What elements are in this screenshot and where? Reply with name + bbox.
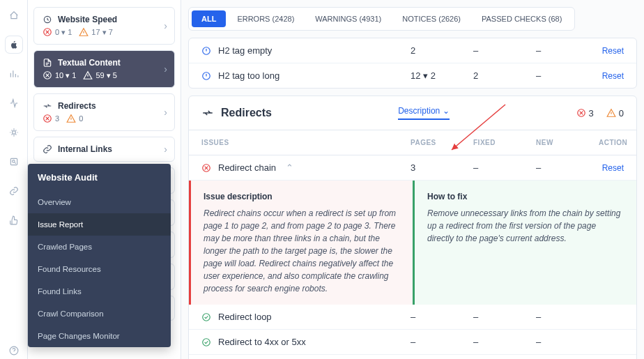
how-to-fix-text: Remove unnecessary links from the chain …: [427, 207, 624, 245]
issue-description-title: Issue description: [204, 190, 400, 203]
chevron-down-icon: ⌄: [443, 106, 450, 116]
submenu-title: Website Audit: [28, 164, 171, 191]
chevron-right-icon: ›: [164, 144, 167, 155]
table-row[interactable]: H2 tag empty 2 – – Reset: [189, 38, 636, 63]
svg-point-2: [12, 160, 15, 163]
submenu-found-links[interactable]: Found Links: [28, 280, 171, 303]
reset-link[interactable]: Reset: [602, 71, 624, 81]
tab-all[interactable]: ALL: [192, 10, 226, 27]
group-internal-links[interactable]: Internal Links ›: [33, 137, 175, 162]
table-row[interactable]: Redirect to 4xx or 5xx – – –: [189, 330, 636, 355]
rail-activity-icon[interactable]: [6, 95, 22, 112]
category-panel: Website Speed 0 ▾ 1 17 ▾ 7 › Textual Con…: [28, 0, 181, 359]
how-to-fix-title: How to fix: [427, 190, 624, 203]
submenu-page-changes[interactable]: Page Changes Monitor: [28, 325, 171, 347]
chevron-up-icon: ⌃: [286, 162, 293, 173]
chevron-right-icon: ›: [164, 20, 167, 31]
group-textual-content[interactable]: Textual Content 10 ▾ 1 59 ▾ 5 ›: [33, 50, 175, 88]
submenu-issue-report[interactable]: Issue Report: [28, 213, 171, 236]
reset-link[interactable]: Reset: [602, 46, 624, 56]
table-row[interactable]: Redirect loop – – –: [189, 305, 636, 330]
rail-thumb-icon[interactable]: [6, 212, 22, 229]
submenu-crawled-pages[interactable]: Crawled Pages: [28, 236, 171, 258]
issue-description-text: Redirect chains occur when a redirect is…: [204, 207, 400, 295]
group-redirects[interactable]: Redirects 3 0 ›: [33, 93, 175, 131]
group-title-label: Website Speed: [58, 15, 117, 24]
rail-link-icon[interactable]: [6, 183, 22, 199]
chevron-right-icon: ›: [164, 63, 167, 75]
tab-passed[interactable]: PASSED CHECKS (68): [472, 10, 572, 27]
table-row[interactable]: Redirect chain ⌃ 3 – – Reset: [189, 155, 636, 181]
filter-tabs: ALL ERRORS (2428) WARNINGS (4931) NOTICE…: [188, 7, 575, 31]
submenu-overview[interactable]: Overview: [28, 191, 171, 213]
group-title-label: Textual Content: [58, 58, 121, 68]
reset-link[interactable]: Reset: [602, 163, 624, 173]
submenu-crawl-comparison[interactable]: Crawl Comparison: [28, 303, 171, 325]
svg-point-14: [203, 338, 210, 346]
table-row[interactable]: H2 tag too long 12 ▾ 2 2 – Reset: [189, 63, 636, 88]
rail-help-icon[interactable]: [6, 342, 22, 359]
group-website-speed[interactable]: Website Speed 0 ▾ 1 17 ▾ 7 ›: [33, 7, 175, 45]
rail-audit-icon[interactable]: [6, 153, 22, 170]
main-content: ALL ERRORS (2428) WARNINGS (4931) NOTICE…: [181, 0, 644, 359]
chevron-right-icon: ›: [164, 107, 167, 118]
issue-expanded: Issue description Redirect chains occur …: [189, 181, 636, 305]
svg-point-0: [12, 131, 15, 135]
section-title: Redirects: [221, 107, 272, 119]
svg-point-13: [203, 313, 210, 321]
rail-apple-icon[interactable]: [6, 36, 22, 53]
section-redirects: Redirects Description ⌄ 3 0 ISSUES PAGES…: [188, 96, 637, 359]
nav-rail: [0, 0, 28, 359]
group-title-label: Redirects: [58, 101, 96, 111]
rail-bug-icon[interactable]: [6, 124, 22, 141]
tab-warnings[interactable]: WARNINGS (4931): [305, 10, 391, 27]
submenu-found-resources[interactable]: Found Resources: [28, 258, 171, 280]
table-row[interactable]: Meta refresh redirect – – –: [189, 355, 636, 359]
description-button[interactable]: Description ⌄: [398, 106, 450, 120]
group-title-label: Internal Links: [58, 144, 112, 154]
submenu-website-audit: Website Audit Overview Issue Report Craw…: [28, 164, 171, 347]
rail-home-icon[interactable]: [6, 7, 22, 24]
rail-chart-icon[interactable]: [6, 66, 22, 82]
section-top-rows: H2 tag empty 2 – – Reset H2 tag too long…: [188, 38, 637, 89]
table-header: ISSUES PAGES FIXED NEW ACTION: [189, 130, 636, 155]
svg-rect-1: [10, 158, 17, 165]
tab-notices[interactable]: NOTICES (2626): [392, 10, 470, 27]
tab-errors[interactable]: ERRORS (2428): [227, 10, 304, 27]
